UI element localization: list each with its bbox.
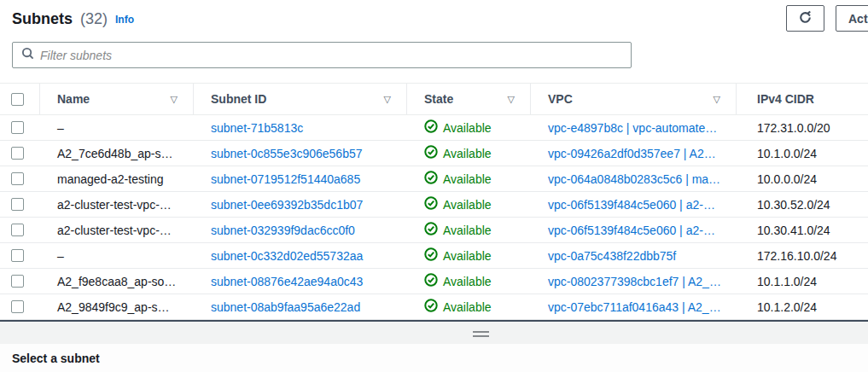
row-checkbox[interactable] [11, 198, 24, 211]
split-panel-title: Select a subnet [12, 352, 856, 365]
vpc-link[interactable]: vpc-0802377398cbc1ef7 | A2_… [548, 275, 721, 288]
state-label: Available [443, 198, 492, 212]
available-status-icon [424, 222, 438, 238]
ipv4-cidr: 10.30.41.0/24 [737, 224, 868, 237]
row-checkbox[interactable] [11, 224, 24, 236]
column-label: IPv4 CIDR [757, 92, 814, 106]
table-row: A2_f9e8caa8_ap-so… subnet-08876e42ae94a0… [0, 269, 868, 294]
available-status-icon [424, 273, 438, 289]
available-status-icon [424, 145, 438, 161]
title-line: Subnets (32) Info [12, 10, 856, 28]
table-row: – subnet-0c332d02ed55732aa Available vpc… [0, 243, 868, 269]
state-label: Available [443, 147, 492, 160]
subnet-name: – [40, 121, 194, 135]
column-label: Name [57, 92, 90, 106]
available-status-icon [424, 119, 438, 136]
sort-icon: ▽ [508, 94, 530, 105]
subnet-id-link[interactable]: subnet-032939f9dac6cc0f0 [211, 224, 355, 237]
subnet-id-link[interactable]: subnet-0c855e3c906e56b57 [211, 147, 363, 160]
header-actions: Actions [786, 5, 868, 32]
info-link[interactable]: Info [115, 14, 134, 26]
ipv4-cidr: 172.16.10.0/24 [737, 249, 868, 263]
state-label: Available [443, 275, 492, 288]
refresh-button[interactable] [786, 5, 824, 32]
row-checkbox[interactable] [11, 249, 24, 262]
column-header-name[interactable]: Name ▽ [40, 84, 194, 114]
state-label: Available [443, 121, 492, 135]
sort-icon: ▽ [384, 94, 406, 105]
column-header-subnet-id[interactable]: Subnet ID ▽ [194, 84, 407, 114]
state-label: Available [443, 224, 492, 237]
ipv4-cidr: 10.1.2.0/24 [737, 300, 868, 314]
row-checkbox[interactable] [11, 121, 24, 134]
subnet-id-link[interactable]: subnet-08ab9faa95a6e22ad [211, 300, 360, 314]
vpc-link[interactable]: vpc-06f5139f484c5e060 | a2-… [548, 198, 715, 212]
available-status-icon [424, 196, 438, 212]
available-status-icon [424, 171, 438, 187]
subnet-name: A2_9849f9c9_ap-s… [40, 300, 194, 314]
subnet-name: a2-cluster-test-vpc-… [40, 198, 194, 212]
subnet-id-link[interactable]: subnet-0ee69392b35dc1b07 [211, 198, 363, 212]
sort-icon: ▽ [714, 94, 736, 105]
subnet-name: managed-a2-testing [40, 172, 194, 186]
column-header-ipv4-cidr[interactable]: IPv4 CIDR [737, 84, 868, 114]
refresh-icon [798, 10, 813, 27]
vpc-link[interactable]: vpc-09426a2df0d357ee7 | A2… [548, 147, 716, 160]
state-label: Available [443, 300, 492, 314]
state-label: Available [443, 249, 492, 263]
table-row: A2_7ce6d48b_ap-s… subnet-0c855e3c906e56b… [0, 141, 868, 166]
table-row: a2-cluster-test-vpc-… subnet-0ee69392b35… [0, 192, 868, 218]
table-row: a2-cluster-test-vpc-… subnet-032939f9dac… [0, 218, 868, 243]
table-row: – subnet-71b5813c Available vpc-e4897b8c… [0, 115, 868, 141]
ipv4-cidr: 10.0.0.0/24 [737, 172, 868, 186]
filter-subnets-input[interactable] [40, 43, 631, 67]
column-label: State [424, 92, 453, 106]
subnet-id-link[interactable]: subnet-0c332d02ed55732aa [211, 249, 363, 263]
split-panel-drag-handle-icon[interactable] [473, 331, 489, 337]
column-header-vpc[interactable]: VPC ▽ [531, 84, 737, 114]
actions-button[interactable]: Actions [836, 5, 868, 32]
select-all-cell [0, 84, 40, 114]
subnet-name: a2-cluster-test-vpc-… [40, 224, 194, 237]
column-header-state[interactable]: State ▽ [407, 84, 531, 114]
table-header-row: Name ▽ Subnet ID ▽ State ▽ VPC ▽ IPv4 CI… [0, 83, 868, 115]
subnets-table: Name ▽ Subnet ID ▽ State ▽ VPC ▽ IPv4 CI… [0, 83, 868, 320]
actions-button-label: Actions [848, 12, 868, 26]
split-panel-divider [0, 320, 868, 344]
vpc-link[interactable]: vpc-07ebc711af0416a43 | A2_… [548, 300, 721, 314]
split-panel: Select a subnet [0, 344, 868, 372]
subnet-name: – [40, 249, 194, 263]
ipv4-cidr: 10.1.0.0/24 [737, 147, 868, 160]
row-checkbox[interactable] [11, 172, 24, 185]
row-checkbox[interactable] [11, 147, 24, 160]
table-row: A2_9849f9c9_ap-s… subnet-08ab9faa95a6e22… [0, 294, 868, 320]
ipv4-cidr: 10.30.52.0/24 [737, 198, 868, 212]
row-checkbox[interactable] [11, 300, 24, 313]
available-status-icon [424, 247, 438, 264]
state-label: Available [443, 172, 492, 186]
available-status-icon [424, 299, 438, 315]
vpc-link[interactable]: vpc-06f5139f484c5e060 | a2-… [548, 224, 715, 237]
subnet-count: (32) [80, 10, 108, 28]
ipv4-cidr: 172.31.0.0/20 [737, 121, 868, 135]
subnet-id-link[interactable]: subnet-08876e42ae94a0c43 [211, 275, 363, 288]
column-label: Subnet ID [211, 92, 266, 106]
vpc-link[interactable]: vpc-e4897b8c | vpc-automate… [548, 121, 717, 135]
table-row: managed-a2-testing subnet-0719512f51440a… [0, 166, 868, 192]
row-checkbox[interactable] [11, 275, 24, 288]
subnet-id-link[interactable]: subnet-0719512f51440a685 [211, 172, 360, 186]
filter-container [12, 42, 632, 68]
subnet-name: A2_7ce6d48b_ap-s… [40, 147, 194, 160]
subnet-name: A2_f9e8caa8_ap-so… [40, 275, 194, 288]
page-header: Subnets (32) Info Actions [0, 0, 868, 34]
column-label: VPC [548, 92, 573, 106]
ipv4-cidr: 10.1.1.0/24 [737, 275, 868, 288]
sort-icon: ▽ [171, 94, 193, 105]
page-title: Subnets [12, 10, 73, 28]
vpc-link[interactable]: vpc-064a0848b0283c5c6 | ma… [548, 172, 720, 186]
vpc-link[interactable]: vpc-0a75c438f22dbb75f [548, 249, 676, 263]
select-all-checkbox[interactable] [11, 93, 24, 106]
subnet-id-link[interactable]: subnet-71b5813c [211, 121, 303, 135]
search-icon [21, 47, 34, 63]
